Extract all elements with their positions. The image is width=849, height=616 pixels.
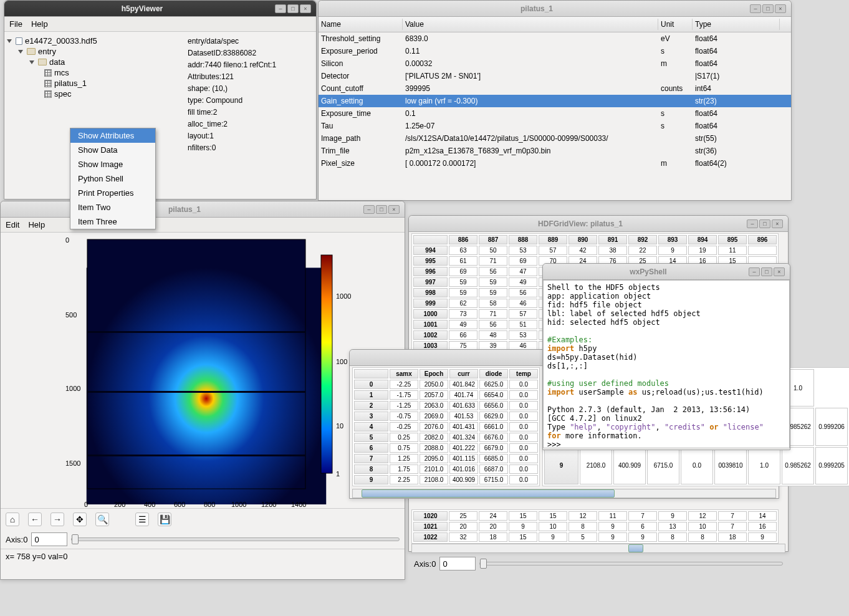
cell[interactable]: -0.25 bbox=[390, 422, 418, 431]
maximize-icon[interactable]: □ bbox=[762, 4, 774, 13]
titlebar[interactable]: pilatus_1 –□× bbox=[1, 201, 405, 218]
cell[interactable]: 401.74 bbox=[449, 390, 478, 400]
context-item[interactable]: Show Data bbox=[70, 143, 155, 157]
cell[interactable]: 57 bbox=[509, 309, 537, 319]
row-header[interactable]: 7 bbox=[354, 454, 388, 463]
cell[interactable]: 11 bbox=[718, 246, 747, 255]
cell[interactable]: 14 bbox=[748, 511, 777, 521]
grid-table-bottom[interactable]: 1020252415151211791271410212020910896131… bbox=[411, 509, 779, 544]
attr-row[interactable]: Exposure_time0.1sfloat64 bbox=[319, 107, 791, 120]
tree-data[interactable]: data bbox=[7, 57, 183, 67]
cell[interactable]: 20 bbox=[449, 522, 477, 531]
chevron-down-icon[interactable] bbox=[29, 60, 34, 64]
col-header[interactable]: Epoch bbox=[420, 369, 448, 378]
cell[interactable]: 73 bbox=[449, 309, 477, 319]
cell[interactable]: 0.25 bbox=[390, 433, 418, 442]
cell[interactable]: 401.633 bbox=[449, 401, 478, 410]
context-item[interactable]: Show Attributes bbox=[70, 128, 155, 143]
save-icon[interactable]: 💾 bbox=[158, 513, 171, 526]
cell[interactable]: 62 bbox=[449, 299, 477, 308]
context-item[interactable]: Python Shell bbox=[70, 171, 155, 186]
cell[interactable]: 1.75 bbox=[390, 464, 418, 474]
cell[interactable]: 1.25 bbox=[390, 454, 418, 463]
cell[interactable]: 0.0 bbox=[509, 443, 538, 453]
minimize-icon[interactable]: – bbox=[749, 267, 760, 276]
cell[interactable]: 6629.0 bbox=[479, 411, 508, 421]
cell[interactable]: 6676.0 bbox=[479, 433, 508, 442]
row-header[interactable]: 1020 bbox=[413, 511, 448, 521]
cell[interactable]: 12 bbox=[688, 511, 717, 521]
row-header[interactable]: 0 bbox=[354, 380, 388, 389]
col-header[interactable]: 894 bbox=[688, 235, 717, 244]
attr-row[interactable]: Detector['PILATUS 2M - SN01']|S17(1) bbox=[319, 70, 791, 82]
cell[interactable]: 401.016 bbox=[449, 464, 478, 474]
attr-row[interactable]: Threshold_setting6839.0eVfloat64 bbox=[319, 32, 791, 45]
col-header[interactable]: 890 bbox=[568, 235, 597, 244]
col-header[interactable]: 887 bbox=[479, 235, 507, 244]
row-header[interactable]: 995 bbox=[413, 256, 448, 266]
attr-row[interactable]: Tau1.25e-07sfloat64 bbox=[319, 120, 791, 132]
cell[interactable]: 6715.0 bbox=[479, 475, 508, 484]
close-icon[interactable]: × bbox=[774, 267, 785, 276]
cell[interactable]: 9 bbox=[509, 522, 537, 531]
configure-icon[interactable]: ☰ bbox=[135, 513, 149, 526]
axis-slider[interactable] bbox=[479, 562, 783, 565]
cell[interactable]: 50 bbox=[479, 246, 507, 255]
close-icon[interactable]: × bbox=[772, 219, 783, 228]
tree-leaf[interactable]: spec bbox=[7, 89, 183, 99]
cell[interactable]: 401.324 bbox=[449, 433, 478, 442]
cell[interactable]: 25 bbox=[449, 511, 477, 521]
row-header[interactable]: 1022 bbox=[413, 532, 448, 542]
minimize-icon[interactable]: – bbox=[750, 4, 761, 13]
cell[interactable]: 59 bbox=[479, 277, 507, 287]
cell[interactable]: 8 bbox=[568, 522, 597, 531]
row-header[interactable]: 1 bbox=[354, 390, 388, 400]
cell[interactable]: 61 bbox=[449, 256, 477, 266]
menu-file[interactable]: File bbox=[9, 19, 22, 29]
row-header[interactable]: 3 bbox=[354, 411, 388, 421]
cell[interactable]: 10 bbox=[688, 522, 717, 531]
grid-table[interactable]: samxEpochcurrdiodetemp0-2.252050.0401.84… bbox=[352, 367, 540, 486]
row-header[interactable]: 8 bbox=[354, 464, 388, 474]
row-header[interactable]: 2 bbox=[354, 401, 388, 410]
cell[interactable]: 56 bbox=[479, 267, 507, 276]
cell[interactable]: 0.0 bbox=[509, 422, 538, 431]
cell[interactable]: 0.0 bbox=[509, 380, 538, 389]
image-plot[interactable]: 0 500 1000 1500 0 200 400 600 800 1000 1… bbox=[34, 236, 371, 504]
cell[interactable]: 19 bbox=[688, 246, 717, 255]
col-type[interactable]: Type bbox=[693, 19, 780, 30]
row-header[interactable]: 998 bbox=[413, 288, 448, 297]
col-header[interactable] bbox=[354, 369, 388, 378]
cell[interactable]: 6 bbox=[628, 522, 657, 531]
menu-help[interactable]: Help bbox=[28, 220, 45, 229]
cell[interactable]: 71 bbox=[479, 256, 507, 266]
cell[interactable]: 0.999205 bbox=[815, 447, 848, 484]
context-item[interactable]: Item Two bbox=[70, 200, 155, 214]
pan-icon[interactable]: ✥ bbox=[73, 513, 87, 526]
cell[interactable]: 0.75 bbox=[390, 443, 418, 453]
context-item[interactable]: Show Image bbox=[70, 157, 155, 171]
cell[interactable]: 400.909 bbox=[613, 447, 646, 484]
cell[interactable]: 0.985262 bbox=[782, 447, 814, 484]
cell[interactable]: 8 bbox=[658, 532, 687, 542]
cell[interactable]: 49 bbox=[449, 320, 477, 329]
cell[interactable]: 6625.0 bbox=[479, 380, 508, 389]
context-item[interactable]: Item Three bbox=[70, 214, 155, 229]
cell[interactable]: -1.25 bbox=[390, 401, 418, 410]
cell[interactable]: 59 bbox=[449, 277, 477, 287]
cell[interactable]: 2050.0 bbox=[420, 380, 448, 389]
cell[interactable] bbox=[748, 246, 777, 255]
cell[interactable]: 56 bbox=[509, 288, 537, 297]
col-header[interactable]: diode bbox=[479, 369, 508, 378]
cell[interactable]: 49 bbox=[509, 277, 537, 287]
col-header[interactable]: samx bbox=[390, 369, 418, 378]
col-header[interactable]: temp bbox=[509, 369, 538, 378]
col-header[interactable]: 888 bbox=[509, 235, 537, 244]
cell[interactable]: 51 bbox=[509, 320, 537, 329]
chevron-down-icon[interactable] bbox=[7, 39, 12, 43]
col-header[interactable]: 896 bbox=[748, 235, 777, 244]
zoom-icon[interactable]: 🔍 bbox=[95, 513, 109, 526]
cell[interactable]: -1.75 bbox=[390, 390, 418, 400]
cell[interactable]: 6679.0 bbox=[479, 443, 508, 453]
cell[interactable]: 6661.0 bbox=[479, 422, 508, 431]
